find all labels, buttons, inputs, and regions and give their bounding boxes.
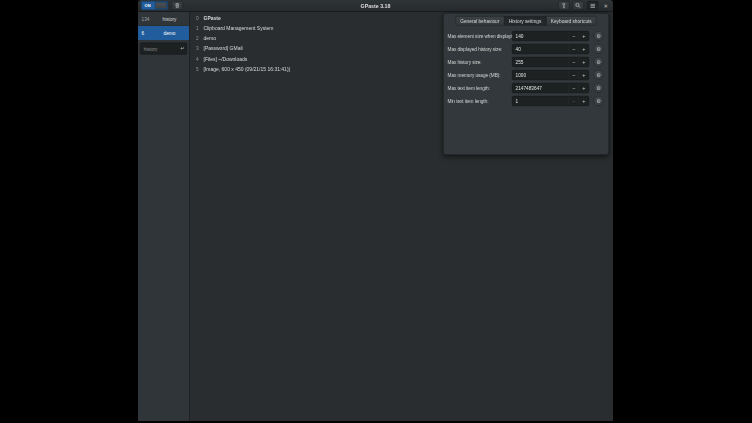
settings-tab[interactable]: General behaviour xyxy=(455,16,504,26)
settings-tab[interactable]: History settings xyxy=(504,16,546,26)
setting-label: Max history size: xyxy=(448,59,513,65)
clipboard-item-text: [Password] GMail xyxy=(204,46,243,52)
gpaste-window: ON GPaste 3.18 xyxy=(138,0,613,421)
spin-minus-button[interactable]: − xyxy=(569,71,579,80)
reset-button[interactable]: ⚙ xyxy=(594,57,604,67)
spin-plus-button[interactable]: + xyxy=(579,97,589,106)
spin-plus-button[interactable]: + xyxy=(579,58,589,67)
new-history-input[interactable] xyxy=(143,45,181,52)
settings-tabs: General behaviour History settings Keybo… xyxy=(444,16,609,26)
switch-on-label: ON xyxy=(145,3,151,8)
enter-icon: ↵ xyxy=(180,46,184,51)
reset-button[interactable]: ⚙ xyxy=(594,83,604,93)
setting-spinbutton[interactable]: 255 − + xyxy=(512,57,589,67)
setting-row: Min text item length: 1 − + ⚙ xyxy=(448,95,604,108)
settings-rows: Max element size when displaying: 140 − … xyxy=(444,26,609,108)
setting-label: Max memory usage (MB): xyxy=(448,72,513,78)
settings-popover: General behaviour History settings Keybo… xyxy=(443,13,609,155)
reset-icon: ⚙ xyxy=(596,33,600,39)
clipboard-item-index: 2 xyxy=(196,35,204,41)
spin-value[interactable]: 1 xyxy=(513,98,569,104)
reset-button[interactable]: ⚙ xyxy=(594,31,604,41)
reset-icon: ⚙ xyxy=(596,46,600,52)
setting-spinbutton[interactable]: 40 − + xyxy=(512,44,589,54)
setting-spinbutton[interactable]: 2147483647 − + xyxy=(512,83,589,93)
window-title: GPaste 3.18 xyxy=(138,3,613,9)
history-item-count: 6 xyxy=(142,30,154,36)
spin-value[interactable]: 140 xyxy=(513,33,569,39)
password-button[interactable] xyxy=(558,1,570,10)
spin-value[interactable]: 1000 xyxy=(513,72,569,78)
spin-plus-button[interactable]: + xyxy=(579,71,589,80)
histories-sidebar: 134 history 6 demo ↵ xyxy=(138,12,190,421)
clipboard-item-index: 0 xyxy=(196,15,204,21)
close-icon: ✕ xyxy=(603,2,608,8)
header-right-group: ✕ xyxy=(558,1,610,10)
trash-icon xyxy=(175,3,181,9)
spin-plus-button[interactable]: + xyxy=(579,32,589,41)
setting-spinbutton[interactable]: 1 − + xyxy=(512,96,589,106)
clipboard-item-text: demo xyxy=(204,35,217,41)
history-item-count: 134 xyxy=(142,16,154,22)
reset-button[interactable]: ⚙ xyxy=(594,96,604,106)
spin-minus-button[interactable]: − xyxy=(569,58,579,67)
setting-spinbutton[interactable]: 1000 − + xyxy=(512,70,589,80)
switch-handle[interactable] xyxy=(155,2,167,9)
setting-row: Max history size: 255 − + ⚙ xyxy=(448,56,604,69)
key-icon xyxy=(561,2,566,9)
clipboard-item-index: 5 xyxy=(196,66,204,72)
clipboard-item-text: [Image, 600 x 450 (09/21/15 16:31:41)] xyxy=(204,66,290,72)
screen: ON GPaste 3.18 xyxy=(138,0,613,421)
setting-spinbutton[interactable]: 140 − + xyxy=(512,31,589,41)
clipboard-item-index: 1 xyxy=(196,25,204,31)
clipboard-item-text: Clipboard Management System xyxy=(204,25,274,31)
menu-icon xyxy=(590,3,596,8)
settings-menu-button[interactable] xyxy=(587,1,599,10)
reset-icon: ⚙ xyxy=(596,98,600,104)
settings-tab[interactable]: Keyboard shortcuts xyxy=(546,16,597,26)
header-bar: ON GPaste 3.18 xyxy=(138,0,613,12)
spin-value[interactable]: 2147483647 xyxy=(513,85,569,91)
reset-button[interactable]: ⚙ xyxy=(594,44,604,54)
search-button[interactable] xyxy=(572,1,584,10)
history-item-name: history xyxy=(154,16,186,22)
clipboard-item-index: 4 xyxy=(196,56,204,62)
setting-label: Max element size when displaying: xyxy=(448,33,513,39)
header-left-group: ON xyxy=(141,1,183,10)
reset-icon: ⚙ xyxy=(596,85,600,91)
spin-minus-button[interactable]: − xyxy=(569,32,579,41)
spin-minus-button[interactable]: − xyxy=(569,97,579,106)
empty-history-button[interactable] xyxy=(172,1,184,10)
setting-row: Max displayed history size: 40 − + ⚙ xyxy=(448,43,604,56)
history-list-item[interactable]: 6 demo xyxy=(138,26,189,40)
history-item-name: demo xyxy=(154,30,186,36)
clipboard-item-text: [Files] ~/Downloads xyxy=(204,56,248,62)
close-button[interactable]: ✕ xyxy=(601,2,610,10)
tracking-switch[interactable]: ON xyxy=(141,1,168,10)
spin-value[interactable]: 255 xyxy=(513,59,569,65)
setting-label: Max text item length: xyxy=(448,85,513,91)
spin-minus-button[interactable]: − xyxy=(569,84,579,93)
setting-row: Max memory usage (MB): 1000 − + ⚙ xyxy=(448,69,604,82)
setting-row: Max text item length: 2147483647 − + ⚙ xyxy=(448,82,604,95)
clipboard-item-index: 3 xyxy=(196,46,204,52)
setting-label: Min text item length: xyxy=(448,98,513,104)
reset-button[interactable]: ⚙ xyxy=(594,70,604,80)
search-icon xyxy=(575,3,581,9)
setting-label: Max displayed history size: xyxy=(448,46,513,52)
reset-icon: ⚙ xyxy=(596,72,600,78)
spin-minus-button[interactable]: − xyxy=(569,45,579,54)
clipboard-item-text: GPaste xyxy=(204,15,221,21)
spin-plus-button[interactable]: + xyxy=(579,84,589,93)
spin-plus-button[interactable]: + xyxy=(579,45,589,54)
reset-icon: ⚙ xyxy=(596,59,600,65)
spin-value[interactable]: 40 xyxy=(513,46,569,52)
new-history-entry[interactable]: ↵ xyxy=(140,43,187,55)
history-list-item[interactable]: 134 history xyxy=(138,12,189,26)
histories-list: 134 history 6 demo xyxy=(138,12,189,40)
setting-row: Max element size when displaying: 140 − … xyxy=(448,30,604,43)
